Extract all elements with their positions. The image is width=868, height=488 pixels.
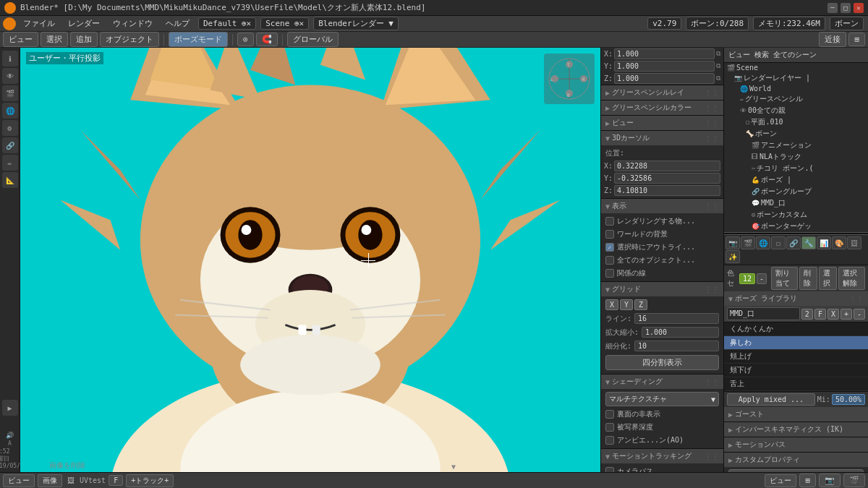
add-property-button[interactable]: 追加 <box>728 469 864 472</box>
workspace-selector[interactable]: Default ⊕✕ <box>198 17 256 30</box>
prop-scene-icon[interactable]: 🎬 <box>741 236 755 249</box>
prop-material-icon[interactable]: 🎨 <box>832 236 846 249</box>
outliner-plane[interactable]: ◻ 平面.010 <box>724 116 868 128</box>
toolbar-view[interactable]: ビュー <box>3 32 38 47</box>
ghost-toggle[interactable]: ▶ ゴースト <box>724 407 868 421</box>
ao-checkbox[interactable] <box>605 436 614 445</box>
viewport[interactable]: ユーザー・平行投影 T B L R 画像を削除 ▼ <box>20 48 600 472</box>
display-toggle[interactable]: ▼ 表示 ⋮⋮ <box>601 199 723 213</box>
outliner-bone-custom[interactable]: ⚙ ボーンカスタム <box>724 209 868 221</box>
nav-widget[interactable]: T B L R <box>544 53 595 104</box>
assign-btn[interactable]: 割り当て <box>771 267 798 290</box>
menu-help[interactable]: ヘルプ <box>160 17 195 30</box>
scale-value[interactable]: 1.000 <box>642 327 719 338</box>
scene-item[interactable]: 🎬 Scene <box>724 63 868 72</box>
lines-value[interactable]: 16 <box>634 313 719 324</box>
outliner-grease-pencil[interactable]: ✏ グリースペンシル <box>724 93 868 105</box>
pose-item-kunka[interactable]: くんかくんか <box>724 322 868 336</box>
pose-lib-add-icon[interactable]: + <box>841 309 852 320</box>
depth-checkbox[interactable] <box>605 423 614 432</box>
bottom-view2-btn[interactable]: ビュー <box>765 474 796 487</box>
apply-btn[interactable]: Apply mixed ... <box>727 393 815 406</box>
ik-toggle[interactable]: ▶ インバースキネマティクス (IK) <box>724 422 868 437</box>
multitex-dropdown[interactable]: マルチテクスチャ ▼ <box>605 392 719 406</box>
outliner-world[interactable]: 🌐 World <box>724 84 868 93</box>
bottom-icon-3[interactable]: 🎬 <box>843 474 865 487</box>
toolbar-add[interactable]: 追加 <box>70 32 98 47</box>
menu-file[interactable]: ファイル <box>17 17 61 30</box>
custom-props-toggle[interactable]: ▶ カスタムプロパティ <box>724 453 868 467</box>
pose-item-hoo-down[interactable]: 頬下げ <box>724 364 868 377</box>
toolbar-select[interactable]: 選択 <box>41 32 68 47</box>
x-value[interactable]: 1.000 <box>614 48 715 59</box>
grid-x-btn[interactable]: X <box>605 299 618 310</box>
pos-x-value[interactable]: 0.32288 <box>614 160 720 171</box>
outliner-mmd-mouth[interactable]: 💬 MMD_口 <box>724 197 868 209</box>
grid-toggle[interactable]: ▼ グリッド ⋮⋮ <box>601 282 723 296</box>
select-btn[interactable]: 選択 <box>819 267 837 290</box>
renderer-selector[interactable]: Blenderレンダー ▼ <box>313 17 399 30</box>
sidebar-icon-4[interactable]: 🌐 <box>2 103 18 119</box>
grid-z-btn[interactable]: Z <box>634 299 647 310</box>
outliner-render-layer[interactable]: 📷 レンダーレイヤー | <box>724 72 868 84</box>
z-copy-icon[interactable]: ⧉ <box>716 74 720 82</box>
backface-checkbox[interactable] <box>605 410 614 419</box>
prop-modifier-icon[interactable]: 🔧 <box>801 236 816 249</box>
maximize-button[interactable]: □ <box>841 3 851 13</box>
outliner-animation[interactable]: 🎬 アニメーション <box>724 140 868 151</box>
pose-lib-remove-icon[interactable]: - <box>854 309 865 320</box>
prop-data-icon[interactable]: 📊 <box>817 236 831 249</box>
pos-y-value[interactable]: -0.32586 <box>614 173 720 184</box>
close-button[interactable]: ✕ <box>854 3 864 13</box>
pose-lib-f-btn[interactable]: F <box>814 309 826 320</box>
scene-selector[interactable]: Scene ⊕✕ <box>260 17 309 30</box>
grease-pencil-color-toggle[interactable]: ▶ グリースペンシルカラー ⋮⋮ <box>601 100 723 115</box>
near-selector[interactable]: 近接 <box>819 32 846 47</box>
outliner-bone-target[interactable]: 🎯 ボーンターゲッ <box>724 221 868 232</box>
snap-btn[interactable]: 🧲 <box>256 33 278 46</box>
sidebar-icon-1[interactable]: ℹ <box>2 51 18 67</box>
global-selector[interactable]: グローバル <box>287 32 339 47</box>
prop-texture-icon[interactable]: 🖼 <box>847 236 861 249</box>
camera-pass-checkbox[interactable] <box>605 467 614 472</box>
subdiv-value[interactable]: 10 <box>634 341 719 351</box>
render-obj-checkbox[interactable] <box>605 217 614 226</box>
outliner-bone[interactable]: 🦴 ボーン <box>724 128 868 140</box>
x-copy-icon[interactable]: ⧉ <box>716 50 720 58</box>
sidebar-icon-6[interactable]: 🔗 <box>2 137 18 153</box>
pose-lib-section-label[interactable]: ▼ ポーズ ライブラリ ⋮⋮ <box>724 291 868 306</box>
bottom-track-btn[interactable]: +トラック+ <box>126 474 174 487</box>
world-bg-checkbox[interactable] <box>605 230 614 239</box>
prop-constraint-icon[interactable]: 🔗 <box>786 236 801 249</box>
y-copy-icon[interactable]: ⧉ <box>716 62 720 70</box>
relation-checkbox[interactable] <box>605 269 614 278</box>
prop-render-icon[interactable]: 📷 <box>726 236 740 249</box>
bottom-f-btn[interactable]: F <box>109 475 123 486</box>
motion-path-toggle[interactable]: ▶ モーションパス <box>724 437 868 452</box>
grid-y-btn[interactable]: Y <box>620 299 633 310</box>
quad-view-button[interactable]: 四分割表示 <box>605 355 719 370</box>
outliner-pose[interactable]: 💪 ポーズ | <box>724 174 868 186</box>
y-value[interactable]: 1.000 <box>614 61 715 72</box>
prop-particle-icon[interactable]: ✨ <box>726 250 740 263</box>
proportional-edit-btn[interactable]: ⊙ <box>237 33 254 46</box>
pos-z-value[interactable]: 4.10810 <box>614 185 720 196</box>
sidebar-icon-8[interactable]: 📐 <box>2 172 18 188</box>
sidebar-icon-7[interactable]: ✏ <box>2 155 18 171</box>
bottom-icon-2[interactable]: 📷 <box>819 474 841 487</box>
deselect-btn[interactable]: 選択解除 <box>838 267 865 290</box>
grease-pencil-layer-toggle[interactable]: ▶ グリースペンシルレイ ⋮⋮ <box>601 85 723 100</box>
sidebar-icon-2[interactable]: 👁 <box>2 68 18 84</box>
colorset-number[interactable]: 12 <box>739 273 755 284</box>
pose-lib-x-btn[interactable]: X <box>827 309 839 320</box>
pose-item-hoo-up[interactable]: 頬上げ <box>724 350 868 364</box>
sidebar-icon-3[interactable]: 🎬 <box>2 85 18 101</box>
menu-render[interactable]: レンダー <box>62 17 106 30</box>
all-obj-checkbox[interactable] <box>605 256 614 265</box>
blender-icon[interactable] <box>3 17 16 30</box>
pose-lib-num[interactable]: 2 <box>801 309 813 320</box>
delete-btn[interactable]: 削除 <box>799 267 817 290</box>
prop-object-icon[interactable]: ◻ <box>771 236 786 249</box>
prop-world-icon[interactable]: 🌐 <box>756 236 770 249</box>
menu-window[interactable]: ウィンドウ <box>107 17 158 30</box>
